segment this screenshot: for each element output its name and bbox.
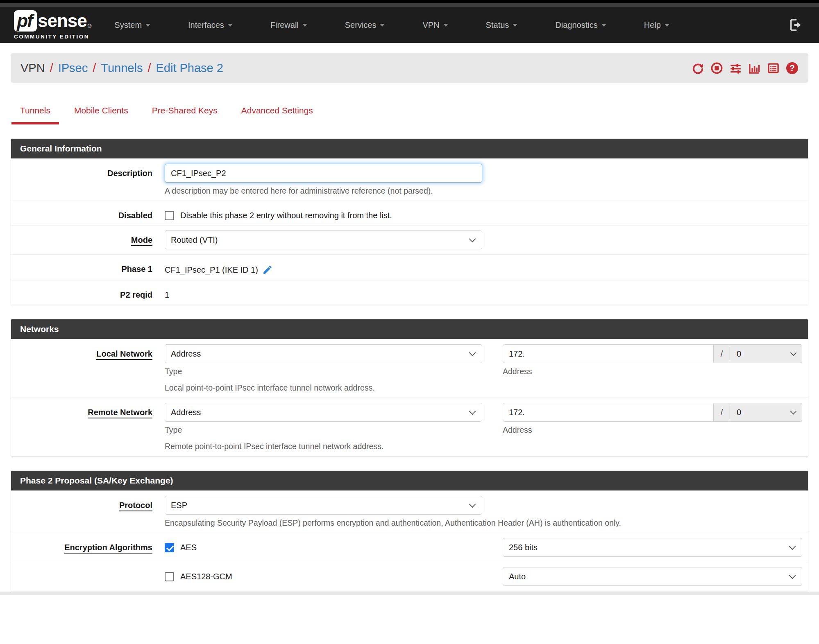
panel-networks: Networks Local Network Address Type / 0 … xyxy=(11,319,808,456)
local-network-type-select[interactable]: Address xyxy=(165,344,482,363)
row-encryption-aes128gcm: AES128-GCM Auto xyxy=(11,562,808,591)
aes128gcm-label: AES128-GCM xyxy=(180,572,232,581)
p2reqid-value: 1 xyxy=(165,285,802,300)
window-title-strip xyxy=(0,3,819,7)
chevron-down-icon xyxy=(601,24,606,27)
nav-item-interfaces[interactable]: Interfaces xyxy=(188,20,233,30)
panel-title: Networks xyxy=(11,319,808,339)
row-phase1: Phase 1 CF1_IPsec_P1 (IKE ID 1) xyxy=(11,254,808,280)
aes-checkbox-row[interactable]: AES xyxy=(165,538,482,552)
nav-item-firewall[interactable]: Firewall xyxy=(270,20,307,30)
aes128gcm-checkbox[interactable] xyxy=(165,572,174,581)
sign-out-icon[interactable] xyxy=(789,18,803,32)
aes-label: AES xyxy=(180,543,197,552)
local-network-mask-select[interactable]: 0 xyxy=(730,344,802,363)
chevron-down-icon xyxy=(443,24,448,27)
log-list-icon[interactable] xyxy=(767,62,780,75)
description-help: A description may be entered here for ad… xyxy=(165,186,802,196)
breadcrumb-link-ipsec[interactable]: IPsec xyxy=(58,61,88,75)
tab-mobile-clients[interactable]: Mobile Clients xyxy=(66,106,137,124)
stop-circle-icon[interactable] xyxy=(710,62,723,75)
local-network-address-caption: Address xyxy=(503,367,802,376)
disabled-checkbox[interactable] xyxy=(165,211,174,220)
remote-network-help: Remote point-to-point IPsec interface tu… xyxy=(165,442,802,451)
logo-sense-text: sense xyxy=(38,11,87,31)
row-remote-network: Remote Network Address Type / 0 Address … xyxy=(11,398,808,456)
mode-select[interactable]: Routed (VTI) xyxy=(165,230,482,249)
disabled-checkbox-row[interactable]: Disable this phase 2 entry without remov… xyxy=(165,206,802,220)
logo-pf-text: pf xyxy=(17,11,34,31)
remote-network-address-input[interactable] xyxy=(503,403,714,422)
bar-chart-icon[interactable] xyxy=(748,62,761,75)
aes128gcm-checkbox-row[interactable]: AES128-GCM xyxy=(165,567,482,581)
remote-network-label: Remote Network xyxy=(11,403,165,451)
local-network-help: Local point-to-point IPsec interface tun… xyxy=(165,383,802,393)
remote-network-address-caption: Address xyxy=(503,425,802,435)
chevron-down-icon xyxy=(380,24,385,27)
nav-item-status[interactable]: Status xyxy=(486,20,518,30)
nav-item-services[interactable]: Services xyxy=(345,20,385,30)
nav-menu: System Interfaces Firewall Services VPN … xyxy=(114,20,789,30)
aes128gcm-keylen-select[interactable]: Auto xyxy=(503,567,802,586)
phase1-value: CF1_IPsec_P1 (IKE ID 1) xyxy=(165,265,258,275)
remote-network-type-select[interactable]: Address xyxy=(165,403,482,422)
breadcrumb-link-edit-phase-2[interactable]: Edit Phase 2 xyxy=(156,61,223,75)
tab-pre-shared-keys[interactable]: Pre-Shared Keys xyxy=(143,106,226,124)
aes-keylen-select[interactable]: 256 bits xyxy=(503,538,802,557)
chevron-down-icon xyxy=(145,24,150,27)
breadcrumb-root: VPN xyxy=(20,61,45,75)
disabled-label: Disabled xyxy=(11,206,165,220)
row-p2reqid: P2 reqid 1 xyxy=(11,280,808,305)
slash-addon: / xyxy=(714,344,730,363)
encryption-algorithms-label: Encryption Algorithms xyxy=(11,538,165,557)
breadcrumb-link-tunnels[interactable]: Tunnels xyxy=(101,61,143,75)
breadcrumb-bar: VPN / IPsec / Tunnels / Edit Phase 2 xyxy=(11,53,808,83)
protocol-label: Protocol xyxy=(11,496,165,528)
sub-tabs: Tunnels Mobile Clients Pre-Shared Keys A… xyxy=(11,106,819,124)
row-description: Description A description may be entered… xyxy=(11,158,808,201)
row-local-network: Local Network Address Type / 0 Address L… xyxy=(11,339,808,398)
chevron-down-icon xyxy=(228,24,233,27)
panel-title: General Information xyxy=(11,139,808,158)
nav-item-vpn[interactable]: VPN xyxy=(422,20,448,30)
encryption-algorithms-label-spacer xyxy=(11,567,165,586)
edit-pencil-icon[interactable] xyxy=(262,264,273,275)
p2reqid-label: P2 reqid xyxy=(11,285,165,300)
nav-item-system[interactable]: System xyxy=(114,20,150,30)
description-input[interactable] xyxy=(165,164,482,183)
breadcrumb: VPN / IPsec / Tunnels / Edit Phase 2 xyxy=(20,61,223,75)
mode-label: Mode xyxy=(11,230,165,249)
local-network-address-input[interactable] xyxy=(503,344,714,363)
nav-item-help[interactable]: Help xyxy=(644,20,669,30)
local-network-type-caption: Type xyxy=(165,367,482,376)
remote-network-mask-select[interactable]: 0 xyxy=(730,403,802,422)
protocol-select[interactable]: ESP xyxy=(165,496,482,515)
tab-advanced-settings[interactable]: Advanced Settings xyxy=(233,106,322,124)
nav-item-diagnostics[interactable]: Diagnostics xyxy=(555,20,606,30)
sliders-icon[interactable] xyxy=(729,62,742,75)
chevron-down-icon xyxy=(302,24,307,27)
logo-pf-box: pf xyxy=(14,10,37,32)
row-encryption-aes: Encryption Algorithms AES 256 bits xyxy=(11,533,808,562)
tab-tunnels[interactable]: Tunnels xyxy=(11,106,59,124)
protocol-help: Encapsulating Security Payload (ESP) per… xyxy=(165,518,802,528)
row-protocol: Protocol ESP Encapsulating Security Payl… xyxy=(11,490,808,533)
chevron-down-icon xyxy=(513,24,517,27)
pfsense-logo[interactable]: pf sense ® COMMUNITY EDITION xyxy=(14,10,91,40)
panel-phase2-proposal: Phase 2 Proposal (SA/Key Exchange) Proto… xyxy=(11,470,808,591)
help-icon[interactable]: ? xyxy=(786,62,799,75)
row-disabled: Disabled Disable this phase 2 entry with… xyxy=(11,201,808,225)
logo-registered-mark: ® xyxy=(88,23,92,29)
panel-general-information: General Information Description A descri… xyxy=(11,138,808,305)
row-mode: Mode Routed (VTI) xyxy=(11,225,808,254)
page-bottom-edge xyxy=(0,592,819,595)
page-action-icons: ? xyxy=(692,62,799,75)
disabled-checkbox-label: Disable this phase 2 entry without remov… xyxy=(180,211,392,220)
refresh-icon[interactable] xyxy=(692,62,704,75)
window-top-strip xyxy=(0,0,819,3)
logo-subtitle: COMMUNITY EDITION xyxy=(14,34,91,40)
aes-checkbox[interactable] xyxy=(165,543,174,552)
description-label: Description xyxy=(11,164,165,196)
chevron-down-icon xyxy=(665,24,669,27)
remote-network-type-caption: Type xyxy=(165,425,482,435)
